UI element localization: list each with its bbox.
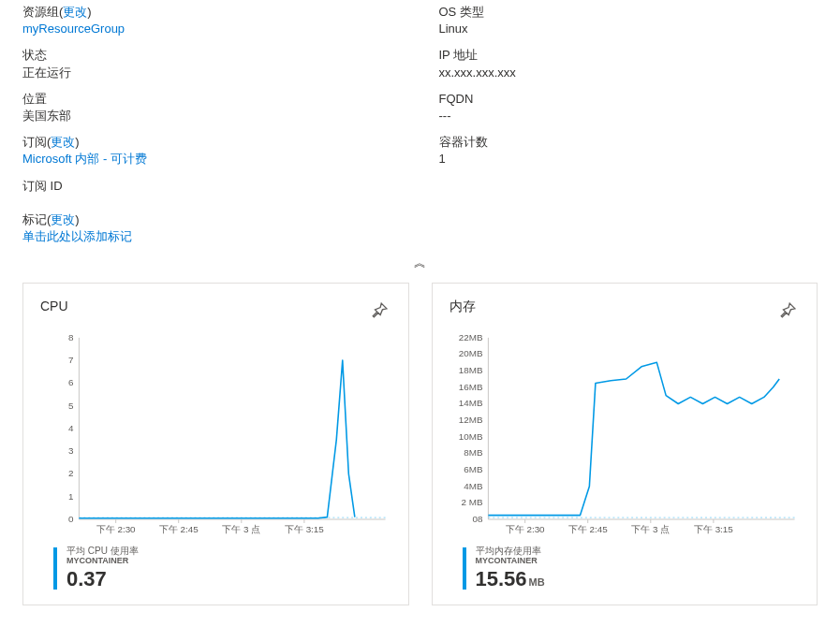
svg-text:下午 3 点: 下午 3 点	[222, 524, 260, 534]
prop-label: 标记(更改)	[22, 211, 818, 228]
prop-location: 位置 美国东部	[22, 91, 402, 124]
pin-button[interactable]	[367, 299, 391, 323]
svg-text:20MB: 20MB	[458, 349, 482, 359]
svg-text:16MB: 16MB	[458, 382, 482, 392]
svg-text:7: 7	[68, 355, 73, 365]
prop-value: Linux	[439, 21, 818, 37]
legend-series-label: 平均内存使用率	[476, 546, 801, 557]
prop-label: FQDN	[439, 91, 818, 108]
svg-text:8MB: 8MB	[464, 447, 483, 458]
svg-text:0: 0	[68, 514, 74, 524]
legend-series-sub: MYCONTAINER	[476, 556, 801, 565]
svg-text:4: 4	[68, 423, 74, 433]
chart-title: 内存	[449, 299, 476, 315]
cpu-chart-svg: 012345678下午 2:30下午 2:45下午 3 点下午 3:15	[40, 330, 391, 538]
prop-label: 订阅 ID	[22, 178, 402, 195]
prop-containers: 容器计数 1	[439, 134, 818, 168]
prop-label: 状态	[22, 47, 402, 64]
chevron-double-up-icon: ︽	[414, 255, 426, 270]
legend-value: 0.37	[66, 567, 391, 591]
svg-text:1: 1	[68, 491, 73, 502]
pin-icon	[371, 302, 388, 319]
legend-series-sub: MYCONTAINER	[66, 556, 391, 565]
prop-subscription: 订阅(更改) Microsoft 内部 - 可计费	[22, 134, 402, 168]
prop-label: OS 类型	[439, 4, 818, 21]
svg-text:4MB: 4MB	[464, 481, 483, 491]
legend-color-bar	[463, 547, 466, 590]
svg-text:下午 3 点: 下午 3 点	[631, 524, 670, 534]
tags-add-link[interactable]: 单击此处以添加标记	[22, 228, 818, 245]
chart-title: CPU	[40, 299, 68, 313]
svg-text:2: 2	[68, 469, 73, 479]
svg-text:8: 8	[68, 332, 74, 342]
prop-label: 订阅(更改)	[22, 134, 402, 151]
charts-row: CPU 012345678下午 2:30下午 2:45下午 3 点下午 3:15…	[22, 283, 818, 605]
prop-value: 1	[439, 151, 818, 168]
prop-value: xx.xxx.xxx.xxx	[439, 65, 818, 81]
svg-text:12MB: 12MB	[458, 415, 482, 425]
svg-text:14MB: 14MB	[458, 398, 482, 408]
svg-text:18MB: 18MB	[458, 365, 482, 375]
svg-text:6MB: 6MB	[464, 464, 483, 474]
svg-text:下午 2:30: 下午 2:30	[505, 524, 544, 534]
prop-ip: IP 地址 xx.xxx.xxx.xxx	[439, 47, 818, 80]
prop-label: 容器计数	[439, 134, 818, 151]
pin-button[interactable]	[775, 299, 800, 323]
svg-text:下午 2:45: 下午 2:45	[567, 524, 607, 534]
svg-text:下午 2:30: 下午 2:30	[96, 524, 136, 534]
prop-subscription-id: 订阅 ID	[22, 178, 402, 195]
svg-text:2 MB: 2 MB	[461, 497, 482, 507]
svg-text:下午 2:45: 下午 2:45	[159, 524, 199, 534]
memory-chart-card: 内存 082 MB4MB6MB8MB10MB12MB14MB16MB18MB20…	[432, 283, 818, 605]
pin-icon	[779, 302, 796, 319]
svg-text:10MB: 10MB	[458, 431, 482, 442]
svg-text:下午 3:15: 下午 3:15	[693, 524, 732, 534]
tags-change-link[interactable]: 更改	[51, 212, 75, 226]
prop-status: 状态 正在运行	[22, 47, 402, 80]
cpu-chart-card: CPU 012345678下午 2:30下午 2:45下午 3 点下午 3:15…	[22, 283, 409, 605]
prop-value: ---	[439, 108, 818, 124]
properties-grid: 资源组(更改) myResourceGroup 状态 正在运行 位置 美国东部 …	[22, 4, 818, 204]
chart-legend: 平均内存使用率 MYCONTAINER 15.56MB	[449, 546, 801, 592]
prop-value: 正在运行	[22, 65, 402, 81]
chart-legend: 平均 CPU 使用率 MYCONTAINER 0.37	[40, 546, 391, 592]
prop-fqdn: FQDN ---	[439, 91, 818, 124]
prop-resource-group: 资源组(更改) myResourceGroup	[22, 4, 402, 37]
prop-tags: 标记(更改) 单击此处以添加标记	[22, 211, 818, 245]
svg-text:下午 3:15: 下午 3:15	[285, 524, 324, 534]
svg-text:5: 5	[68, 401, 74, 411]
prop-os-type: OS 类型 Linux	[439, 4, 818, 37]
resource-group-change-link[interactable]: 更改	[63, 5, 87, 19]
svg-text:22MB: 22MB	[458, 332, 482, 342]
legend-value: 15.56MB	[476, 567, 801, 591]
prop-label: 资源组(更改)	[22, 4, 402, 21]
prop-label: 位置	[22, 91, 402, 108]
svg-text:08: 08	[472, 514, 482, 524]
legend-series-label: 平均 CPU 使用率	[66, 546, 391, 557]
subscription-value-link[interactable]: Microsoft 内部 - 可计费	[22, 151, 402, 168]
collapse-toggle[interactable]: ︽	[22, 255, 818, 271]
svg-text:3: 3	[68, 445, 74, 456]
legend-color-bar	[53, 547, 57, 590]
subscription-change-link[interactable]: 更改	[51, 135, 75, 149]
prop-label: IP 地址	[439, 47, 818, 64]
svg-text:6: 6	[68, 377, 74, 387]
properties-left-col: 资源组(更改) myResourceGroup 状态 正在运行 位置 美国东部 …	[22, 4, 402, 204]
memory-chart-svg: 082 MB4MB6MB8MB10MB12MB14MB16MB18MB20MB2…	[449, 330, 801, 538]
properties-right-col: OS 类型 Linux IP 地址 xx.xxx.xxx.xxx FQDN --…	[439, 4, 818, 204]
resource-group-value-link[interactable]: myResourceGroup	[22, 21, 402, 37]
prop-value: 美国东部	[22, 108, 402, 124]
